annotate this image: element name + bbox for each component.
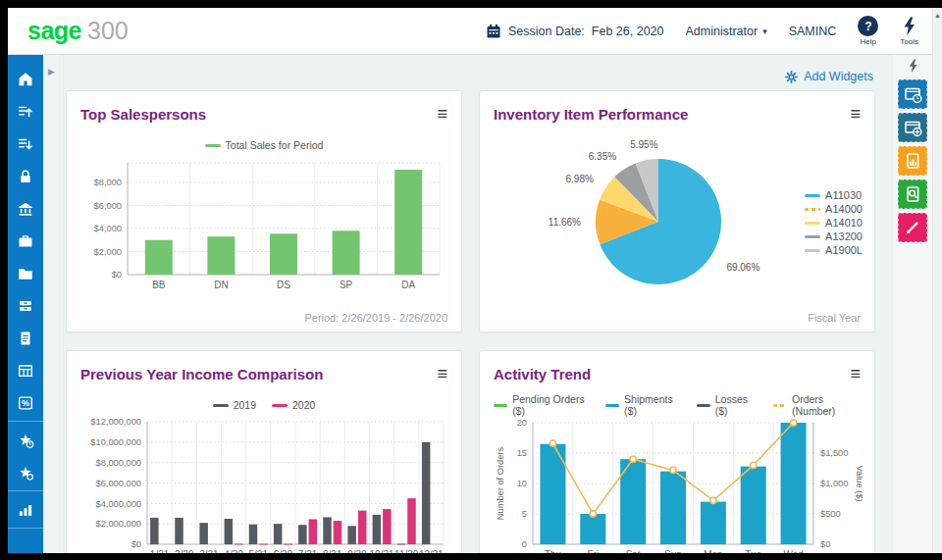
legend-label: 2020	[292, 399, 315, 411]
widget-menu-button[interactable]: ≡	[437, 367, 447, 381]
legend-item[interactable]: Shipments ($)	[605, 393, 681, 417]
percent-icon: %	[17, 394, 34, 412]
rail-button-window-gear[interactable]	[898, 113, 927, 142]
help-icon: ?	[858, 16, 878, 36]
legend-label: Pending Orders ($)	[512, 393, 590, 417]
chart-legend: Total Sales for Period	[80, 137, 447, 153]
svg-text:9/30: 9/30	[347, 549, 367, 553]
svg-text:$1,500: $1,500	[820, 448, 848, 458]
legend-swatch	[494, 404, 507, 407]
widget-menu-button[interactable]: ≡	[850, 367, 861, 381]
legend-item[interactable]: A11030	[805, 189, 863, 201]
tools-button[interactable]: Tools	[900, 17, 918, 46]
sidebar-item-lock[interactable]	[8, 160, 43, 192]
widget-menu-button[interactable]: ≡	[850, 107, 861, 121]
svg-text:%: %	[22, 398, 29, 408]
widget-inventory-item-performance: Inventory Item Performance ≡ 69.06%11.66…	[479, 90, 875, 332]
sidebar-item-table[interactable]	[8, 354, 43, 386]
sidebar-item-star[interactable]	[8, 456, 43, 488]
svg-text:$12,000,000: $12,000,000	[90, 417, 141, 427]
svg-text:Mon: Mon	[704, 549, 722, 553]
sidebar-item-transactions-in[interactable]	[8, 127, 43, 160]
sidebar-item-percent[interactable]: %	[8, 386, 43, 419]
legend-item[interactable]: Orders (Number)	[773, 393, 861, 417]
svg-text:$4,000: $4,000	[94, 224, 122, 233]
svg-text:Number of Orders: Number of Orders	[496, 446, 505, 520]
folder-icon	[17, 265, 34, 282]
sidebar-item-transactions-out[interactable]	[8, 95, 43, 127]
tools-lightning-icon	[902, 17, 916, 36]
legend-swatch	[605, 404, 619, 407]
legend-label: Total Sales for Period	[226, 139, 324, 151]
svg-text:DA: DA	[401, 280, 415, 290]
svg-text:Value ($): Value ($)	[855, 465, 863, 501]
sidebar-item-bank[interactable]	[8, 192, 43, 225]
sidebar-item-briefcase[interactable]	[8, 225, 43, 257]
legend-swatch	[805, 235, 820, 238]
transactions-in-icon	[17, 135, 34, 153]
star-clock-icon	[17, 432, 34, 449]
svg-text:SP: SP	[340, 280, 353, 290]
session-date-value: Feb 26, 2020	[592, 25, 664, 38]
drawers-icon	[17, 297, 34, 315]
legend-item[interactable]: 2020	[272, 399, 315, 411]
company-code[interactable]: SAMINC	[789, 25, 837, 38]
rail-button-pen[interactable]	[898, 213, 927, 242]
svg-text:1/31: 1/31	[150, 549, 170, 553]
legend-item[interactable]: Losses ($)	[697, 393, 758, 417]
legend-item[interactable]: Total Sales for Period	[205, 139, 324, 151]
widget-title: Inventory Item Performance	[494, 106, 688, 123]
dashboard-content: Add Widgets Top Salespersons ≡ Total Sal…	[64, 55, 893, 553]
legend-label: Shipments ($)	[624, 393, 681, 417]
chevron-down-icon: ▾	[762, 26, 767, 36]
svg-text:11/30: 11/30	[394, 549, 419, 553]
svg-text:$8,000,000: $8,000,000	[95, 458, 141, 468]
report-search-icon	[903, 184, 922, 204]
user-name: Administrator	[686, 25, 759, 38]
scroll-up-arrow[interactable]: ▲	[933, 8, 942, 19]
legend-label: A14010	[825, 217, 863, 229]
legend-item[interactable]: Pending Orders ($)	[494, 393, 590, 417]
sidebar-item-folder[interactable]	[8, 257, 43, 289]
svg-text:Tue: Tue	[745, 549, 761, 553]
quick-tools-lightning-icon	[908, 59, 918, 74]
expand-panel-arrow[interactable]: ▶	[48, 67, 55, 76]
legend-swatch	[213, 404, 229, 407]
legend-item[interactable]: A1900L	[805, 244, 863, 256]
bar-chart: $0$2,000,000$4,000,000$6,000,000$8,000,0…	[80, 417, 449, 553]
sidebar-divider	[8, 528, 43, 529]
sidebar-item-drawers[interactable]	[8, 289, 43, 322]
sidebar-item-document[interactable]	[8, 322, 43, 354]
legend-item[interactable]: A14010	[805, 217, 863, 229]
legend-item[interactable]: A14000	[805, 203, 863, 215]
widget-menu-button[interactable]: ≡	[437, 107, 447, 121]
svg-text:10: 10	[517, 479, 527, 488]
sidebar-item-home[interactable]	[8, 63, 43, 95]
svg-text:8/31: 8/31	[323, 549, 342, 553]
help-button[interactable]: ? Help	[858, 16, 878, 46]
svg-text:$2,000,000: $2,000,000	[95, 519, 141, 529]
widget-activity-trend: Activity Trend ≡ Pending Orders ($)Shipm…	[479, 350, 875, 553]
add-widgets-label: Add Widgets	[804, 70, 873, 83]
legend-item[interactable]: A13200	[805, 230, 863, 242]
rail-button-report-chart[interactable]	[898, 146, 927, 176]
sidebar-item-bar-chart[interactable]	[8, 493, 43, 526]
user-menu[interactable]: Administrator ▾	[686, 25, 767, 38]
scrollbar[interactable]: ▲	[932, 8, 942, 553]
app-header: sage 300 Session Date: Feb 26, 2020 Admi…	[8, 8, 932, 55]
logo-sage: sage	[27, 17, 81, 45]
svg-text:5/31: 5/31	[249, 549, 269, 553]
legend-item[interactable]: 2019	[213, 399, 256, 411]
transactions-out-icon	[17, 103, 34, 121]
svg-text:12/31: 12/31	[419, 549, 444, 553]
svg-text:Wed: Wed	[783, 549, 803, 553]
window-gear-icon	[903, 118, 922, 137]
briefcase-icon	[17, 232, 34, 250]
sidebar-item-star-clock[interactable]	[8, 424, 43, 456]
svg-text:5: 5	[522, 509, 527, 519]
add-widgets-button[interactable]: Add Widgets	[779, 69, 879, 84]
rail-button-window-clock[interactable]	[898, 79, 927, 109]
app-window: sage 300 Session Date: Feb 26, 2020 Admi…	[8, 8, 942, 553]
rail-button-report-search[interactable]	[898, 179, 927, 209]
session-date[interactable]: Session Date: Feb 26, 2020	[486, 24, 664, 39]
